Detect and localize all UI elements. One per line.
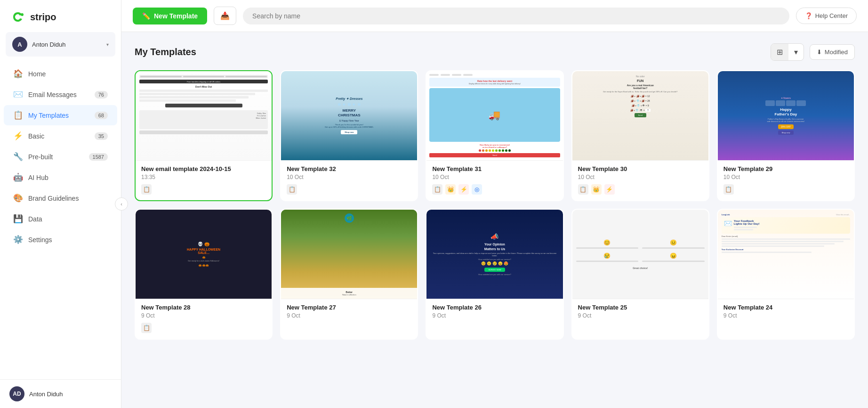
card-name: New Template 25	[578, 304, 703, 311]
view-toggle: ⊞ ▾	[771, 43, 804, 61]
user-name: Anton Diduh	[32, 41, 102, 48]
template-card[interactable]: 🌿 Better Nature collection New Template …	[280, 209, 418, 340]
topbar: ✏️ New Template 📥 ❓ Help Center	[121, 0, 868, 32]
template-card[interactable]: Rate how the last delivery went Display …	[426, 70, 563, 201]
sidebar-item-label: Brand Guidelines	[28, 195, 79, 202]
chevron-down-icon: ▾	[106, 42, 109, 47]
clipboard-icon[interactable]: 📋	[723, 184, 734, 195]
template-card[interactable]: Pretty ✦ Dresses ❄ ✦ ❆ ✦ ❄ MERRYCHRISTMA…	[280, 70, 418, 201]
card-info: New Template 30 10 Oct 📋 👑 ⚡	[572, 161, 708, 200]
help-center-label: Help Center	[815, 12, 848, 19]
card-name: New Template 24	[723, 304, 848, 311]
sidebar-item-pre-built[interactable]: 🔧 Pre-built 1587	[4, 147, 117, 167]
card-name: New email template 2024-10-15	[141, 165, 266, 172]
card-name: New Template 32	[287, 165, 411, 172]
card-actions: 📋 👑 ⚡	[578, 184, 703, 195]
sidebar-footer: AD Anton Diduh	[0, 379, 121, 408]
help-center-button[interactable]: ❓ Help Center	[796, 8, 857, 24]
sidebar-item-brand-guidelines[interactable]: 🎨 Brand Guidelines	[4, 188, 117, 208]
template-card[interactable]: 💀 🎃 happy halloweensale... 🎃 Get ready f…	[135, 209, 273, 340]
template-card[interactable]: No color FUN Are you a real Americanfoot…	[571, 70, 709, 201]
card-actions: 📋	[723, 184, 848, 195]
user-profile[interactable]: A Anton Diduh ▾	[6, 32, 115, 57]
footer-user-name: Anton Diduh	[29, 391, 63, 398]
import-icon: 📥	[220, 12, 230, 20]
content-area: My Templates ⊞ ▾ ⬇ Modified	[121, 32, 868, 408]
crown-icon[interactable]: 👑	[445, 184, 456, 195]
card-info: New Template 26 9 Oct	[426, 299, 563, 328]
page-title: My Templates	[135, 47, 196, 57]
sidebar-item-label: Settings	[28, 236, 52, 244]
lightning-icon[interactable]: ⚡	[458, 184, 469, 195]
email-badge: 76	[95, 91, 108, 98]
card-preview: Rate how the last delivery went Display …	[426, 71, 563, 161]
sidebar-item-email-messages[interactable]: ✉️ Email Messages 76	[4, 84, 117, 105]
card-name: New Template 31	[432, 165, 557, 172]
content-header: My Templates ⊞ ▾ ⬇ Modified	[135, 43, 855, 61]
sidebar-item-home[interactable]: 🏠 Home	[4, 64, 117, 84]
templates-icon: 📋	[13, 110, 23, 120]
template-card[interactable]: ✦ flowers HappyFather's Day Father's Day…	[717, 70, 855, 201]
sidebar-item-ai-hub[interactable]: 🤖 AI Hub	[4, 167, 117, 188]
clipboard-icon[interactable]: 📋	[141, 323, 152, 333]
search-input[interactable]	[243, 8, 789, 24]
basic-badge: 35	[95, 132, 108, 140]
card-preview: 🌿 Better Nature collection	[281, 210, 417, 299]
card-info: New Template 32 10 Oct 📋	[281, 161, 417, 200]
clipboard-icon[interactable]: 📋	[141, 184, 152, 195]
home-icon: 🏠	[13, 69, 23, 79]
circle-icon[interactable]: ◎	[472, 184, 482, 195]
template-card[interactable]: 📣 Your OpinionMatters to Us Your opinion…	[426, 209, 563, 340]
list-view-button[interactable]: ▾	[788, 44, 804, 60]
card-preview: 😊 😐 😢 😠	[572, 210, 708, 299]
card-preview: Free transfers shipping on all US orders…	[136, 71, 272, 161]
logo[interactable]: stripo	[0, 0, 121, 32]
header-controls: ⊞ ▾ ⬇ Modified	[771, 43, 855, 61]
card-info: New Template 24 9 Oct	[718, 299, 854, 328]
sidebar-item-label: My Templates	[28, 112, 69, 119]
card-date: 9 Oct	[578, 312, 703, 319]
clipboard-icon[interactable]: 📋	[287, 184, 297, 195]
lightning-icon[interactable]: ⚡	[604, 184, 615, 195]
sort-icon: ⬇	[817, 49, 822, 56]
template-card[interactable]: Free transfers shipping on all US orders…	[135, 70, 273, 201]
card-date: 9 Oct	[141, 312, 266, 319]
basic-icon: ⚡	[13, 131, 23, 141]
help-icon: ❓	[805, 12, 812, 19]
sidebar-collapse-button[interactable]: ‹	[115, 197, 128, 211]
nav-menu: 🏠 Home ✉️ Email Messages 76 📋 My Templat…	[0, 61, 121, 379]
import-button[interactable]: 📥	[214, 7, 236, 25]
card-date: 10 Oct	[578, 174, 703, 180]
sidebar-item-label: Basic	[28, 132, 44, 140]
settings-icon: ⚙️	[13, 235, 23, 245]
card-name: New Template 28	[141, 304, 266, 311]
sidebar-item-basic[interactable]: ⚡ Basic 35	[4, 126, 117, 146]
prebuilt-icon: 🔧	[13, 152, 23, 162]
card-actions: 📋	[141, 184, 266, 195]
new-template-label: New Template	[154, 12, 198, 20]
card-date: 10 Oct	[723, 174, 848, 180]
new-template-button[interactable]: ✏️ New Template	[133, 8, 207, 24]
sidebar-item-label: Email Messages	[28, 91, 77, 98]
clipboard-icon[interactable]: 📋	[578, 184, 588, 195]
sidebar-item-label: Home	[28, 70, 46, 78]
template-card[interactable]: LangLink View this email... ✉️ Your Feed…	[717, 209, 855, 340]
svg-rect-0	[9, 8, 26, 25]
card-actions: 📋	[141, 323, 266, 333]
grid-view-button[interactable]: ⊞	[771, 44, 788, 60]
card-info: New Template 25 9 Oct	[572, 299, 708, 328]
logo-text: stripo	[30, 12, 56, 23]
sidebar-item-settings[interactable]: ⚙️ Settings	[4, 229, 117, 250]
card-actions: 📋 👑 ⚡ ◎	[432, 184, 557, 195]
template-grid: Free transfers shipping on all US orders…	[135, 70, 855, 340]
data-icon: 💾	[13, 214, 23, 224]
sidebar-item-my-templates[interactable]: 📋 My Templates 68	[4, 105, 117, 125]
clipboard-icon[interactable]: 📋	[432, 184, 442, 195]
card-name: New Template 29	[723, 165, 848, 172]
card-preview: No color FUN Are you a real Americanfoot…	[572, 71, 708, 161]
crown-icon[interactable]: 👑	[591, 184, 602, 195]
sidebar-item-data[interactable]: 💾 Data	[4, 209, 117, 229]
template-card[interactable]: 😊 😐 😢 😠	[571, 209, 709, 340]
email-icon: ✉️	[13, 90, 23, 99]
sort-button[interactable]: ⬇ Modified	[810, 44, 855, 60]
